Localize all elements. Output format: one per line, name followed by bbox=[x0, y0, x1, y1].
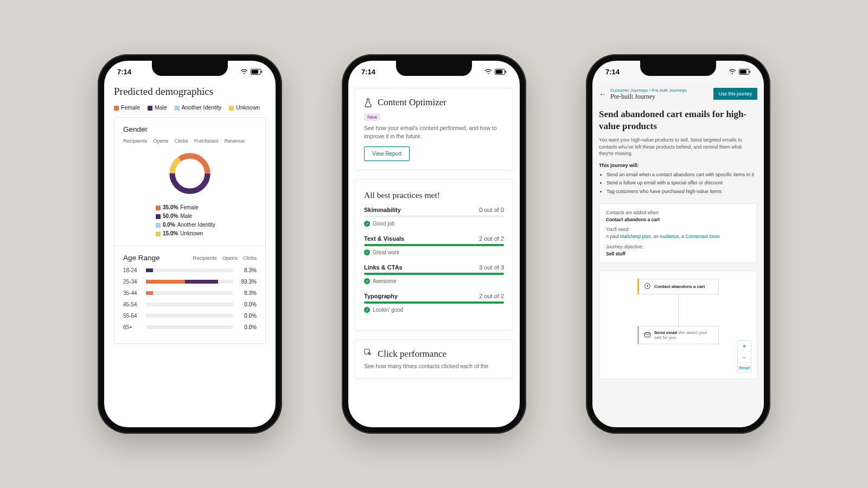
svg-rect-13 bbox=[750, 70, 751, 73]
tab-clicks[interactable]: Clicks bbox=[243, 255, 257, 261]
breadcrumb[interactable]: Customer Journeys / Pre-built Journeys bbox=[610, 88, 687, 93]
practice-item: Text & Visuals2 out of 2 ✓Great work bbox=[364, 235, 504, 255]
tab-opens[interactable]: Opens bbox=[153, 138, 168, 144]
practices-title: All best practices met! bbox=[364, 190, 504, 200]
will-item: Send a follow up email with a special of… bbox=[607, 179, 757, 187]
svg-rect-2 bbox=[261, 70, 263, 73]
phone-demographics: 7:14 Predicted demographics FemaleMaleAn… bbox=[98, 54, 282, 434]
wifi-icon bbox=[729, 69, 736, 75]
tab-revenue[interactable]: Revenue bbox=[225, 138, 245, 144]
gender-title: Gender bbox=[123, 125, 257, 133]
notch bbox=[152, 61, 228, 76]
page-title: Predicted demographics bbox=[114, 86, 266, 98]
zoom-in-button[interactable]: + bbox=[738, 341, 751, 352]
click-icon bbox=[364, 349, 372, 359]
back-icon[interactable]: ← bbox=[599, 90, 606, 98]
breakdown-row: 0.0% Another Identity bbox=[156, 221, 257, 229]
gender-tabs[interactable]: RecipientsOpensClicksPurchasesRevenue bbox=[123, 138, 257, 144]
age-section: Age Range RecipientsOpensClicks 18-248.3… bbox=[114, 246, 265, 343]
optimizer-card: Content Optimizer New See how your email… bbox=[355, 88, 513, 170]
link-audience[interactable]: Audience bbox=[660, 234, 679, 239]
node-email-action: Send email bbox=[654, 330, 677, 335]
zoom-out-button[interactable]: − bbox=[738, 352, 751, 363]
journey-desc: You want your high-value products to sel… bbox=[599, 137, 757, 157]
play-icon bbox=[644, 283, 650, 290]
will-item: Tag customers who have purchased high-va… bbox=[607, 188, 757, 196]
link-plan[interactable]: Mailchimp plan bbox=[620, 234, 651, 239]
svg-rect-1 bbox=[252, 70, 258, 74]
need-label: You'll need: bbox=[606, 227, 629, 232]
header-title: Pre-built Journey bbox=[610, 93, 687, 101]
tab-clicks[interactable]: Clicks bbox=[174, 138, 188, 144]
will-list: Send an email when a contact abandons ca… bbox=[599, 171, 757, 196]
age-row: 35-448.3% bbox=[123, 290, 257, 296]
age-tabs[interactable]: RecipientsOpensClicks bbox=[193, 255, 257, 261]
optimizer-desc: See how your email's content performed, … bbox=[364, 124, 504, 140]
click-perf-title: Click performance bbox=[378, 349, 446, 359]
added-value: Contact abandons a cart bbox=[606, 216, 750, 223]
svg-rect-9 bbox=[506, 70, 507, 73]
journey-info-card: Contacts are added when Contact abandons… bbox=[599, 203, 757, 264]
tab-recipients[interactable]: Recipients bbox=[193, 255, 216, 261]
journey-title: Send abandoned cart emails for high-valu… bbox=[599, 108, 757, 132]
legend-item: Another Identity bbox=[175, 104, 222, 111]
practice-item: Typography2 out of 2 ✓Lookin' good bbox=[364, 293, 504, 313]
added-label: Contacts are added when bbox=[606, 210, 659, 215]
battery-icon bbox=[739, 69, 751, 75]
obj-value: Sell stuff bbox=[606, 251, 750, 258]
legend-item: Male bbox=[148, 104, 167, 111]
check-icon: ✓ bbox=[364, 249, 370, 255]
age-row: 45-540.0% bbox=[123, 301, 257, 307]
gender-section: Gender RecipientsOpensClicksPurchasesRev… bbox=[114, 118, 265, 246]
svg-rect-12 bbox=[740, 70, 746, 74]
wifi-icon bbox=[484, 69, 492, 75]
will-label: This journey will: bbox=[599, 163, 757, 168]
practices-card: All best practices met! Skimmability0 ou… bbox=[355, 179, 513, 331]
journey-canvas[interactable]: Contact abandons a cart Send email We sa… bbox=[599, 271, 757, 379]
tab-recipients[interactable]: Recipients bbox=[123, 138, 147, 144]
mail-icon bbox=[644, 332, 650, 338]
battery-icon bbox=[251, 69, 263, 75]
notch bbox=[640, 61, 716, 76]
zoom-reset-button[interactable]: Reset bbox=[738, 363, 751, 373]
connector-line bbox=[678, 294, 679, 326]
legend-item: Unknown bbox=[229, 104, 260, 111]
gender-donut-chart bbox=[167, 150, 213, 197]
check-icon: ✓ bbox=[364, 221, 370, 227]
breakdown-row: 35.0% Female bbox=[156, 203, 257, 212]
journey-node-start[interactable]: Contact abandons a cart bbox=[637, 279, 719, 294]
age-row: 25-3483.3% bbox=[123, 279, 257, 285]
phone-optimizer: 7:14 Content Optimizer New See how your … bbox=[342, 54, 526, 434]
status-time: 7:14 bbox=[361, 68, 375, 76]
view-report-button[interactable]: View Report bbox=[364, 146, 410, 161]
wifi-icon bbox=[240, 69, 248, 75]
gender-breakdown: 35.0% Female50.0% Male0.0% Another Ident… bbox=[156, 203, 257, 238]
click-perf-desc: See how many times contacts clicked each… bbox=[364, 363, 504, 369]
age-title: Age Range bbox=[123, 254, 160, 262]
link-store[interactable]: Connected Store bbox=[685, 234, 720, 239]
flask-icon bbox=[364, 98, 372, 107]
status-time: 7:14 bbox=[117, 68, 131, 76]
breakdown-row: 15.0% Unknown bbox=[156, 229, 257, 238]
obj-label: Journey objective: bbox=[606, 244, 643, 249]
journey-node-email[interactable]: Send email We saved your cart for you bbox=[637, 326, 719, 344]
gender-legend: FemaleMaleAnother IdentityUnknown bbox=[114, 104, 266, 111]
new-badge: New bbox=[364, 113, 380, 121]
status-time: 7:14 bbox=[605, 68, 620, 76]
svg-rect-8 bbox=[496, 70, 502, 74]
tab-opens[interactable]: Opens bbox=[222, 255, 238, 261]
optimizer-title: Content Optimizer bbox=[378, 97, 446, 108]
click-performance-card: Click performance See how many times con… bbox=[355, 339, 513, 378]
age-bars: 18-248.3%25-3483.3%35-448.3%45-540.0%55-… bbox=[123, 267, 257, 330]
zoom-controls: + − Reset bbox=[737, 340, 751, 373]
battery-icon bbox=[495, 69, 507, 75]
breakdown-row: 50.0% Male bbox=[156, 212, 257, 221]
tab-purchases[interactable]: Purchases bbox=[194, 138, 219, 144]
notch bbox=[396, 61, 472, 76]
check-icon: ✓ bbox=[364, 307, 370, 313]
use-journey-button[interactable]: Use this journey bbox=[713, 88, 757, 100]
age-row: 55-640.0% bbox=[123, 313, 257, 319]
node-start-label: Contact abandons a cart bbox=[654, 284, 705, 289]
journey-header: ← Customer Journeys / Pre-built Journeys… bbox=[599, 88, 757, 101]
practice-item: Links & CTAs3 out of 3 ✓Awesome bbox=[364, 264, 504, 284]
